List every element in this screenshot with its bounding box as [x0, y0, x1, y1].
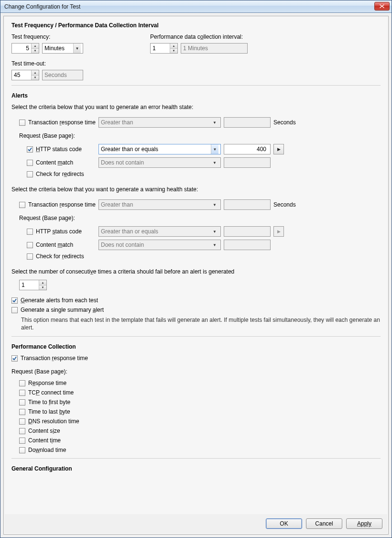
perf-response-time-checkbox[interactable]: Response time [19, 380, 381, 386]
error-http-checkbox[interactable]: HTTP status code [27, 146, 96, 153]
perf-ctime-label: Content time [28, 437, 61, 444]
perf-dl-checkbox[interactable]: Download time [19, 447, 381, 453]
warn-trt-label: Transaction response time [28, 201, 96, 208]
error-http-value[interactable] [224, 144, 271, 154]
error-trt-label: Transaction response time [28, 119, 96, 126]
checkbox-icon [27, 229, 33, 235]
outer-panel: Test Frequency / Performance Data Collec… [0, 13, 392, 538]
spinner-down-icon[interactable]: ▼ [170, 48, 177, 54]
close-button[interactable] [374, 2, 390, 11]
warn-trt-checkbox[interactable]: Transaction response time [19, 201, 96, 208]
error-content-checkbox[interactable]: Content match [27, 159, 96, 166]
perf-dns-label: DNS resolution time [28, 418, 79, 425]
divider [11, 85, 381, 86]
checkbox-icon [19, 447, 25, 453]
warn-http-checkbox[interactable]: HTTP status code [27, 228, 96, 235]
warn-content-label: Content match [36, 242, 73, 248]
gen-summary-label: Generate a single summary alert [21, 307, 104, 313]
warn-redirect-checkbox[interactable]: Check for redirects [27, 253, 84, 260]
perf-request-label: Request (Base page): [11, 368, 381, 375]
error-http-label: HTTP status code [36, 146, 82, 153]
warn-trt-unit: Seconds [273, 201, 296, 208]
ok-button[interactable]: OK [266, 518, 302, 529]
error-redirect-label: Check for redirects [36, 171, 84, 177]
perf-dns-checkbox[interactable]: DNS resolution time [19, 418, 381, 425]
warn-http-play-button: ▶ [273, 226, 284, 237]
perf-ttfb-label: Time to first byte [28, 399, 70, 406]
warn-http-op-select: Greater than or equals ▼ [98, 226, 221, 237]
perf-ctime-checkbox[interactable]: Content time [19, 437, 381, 444]
test-frequency-spinner[interactable]: ▲▼ [11, 43, 39, 54]
consec-label: Select the number of consecutive times a… [11, 268, 381, 275]
error-trt-op-select: Greater than ▼ [98, 117, 221, 128]
play-icon: ▶ [277, 229, 281, 234]
checkbox-icon [19, 120, 25, 126]
warn-redirect-row: Check for redirects [27, 253, 381, 260]
perf-ttfb-checkbox[interactable]: Time to first byte [19, 399, 381, 406]
warn-http-row: HTTP status code Greater than or equals … [27, 226, 381, 237]
test-frequency-input[interactable] [12, 44, 31, 53]
perf-items: Response time TCP connect time Time to f… [19, 380, 381, 453]
section-perf-heading: Performance Collection [11, 343, 381, 350]
consec-spinner[interactable]: ▲▼ [19, 280, 47, 290]
perf-interval-spinner[interactable]: ▲▼ [150, 43, 178, 54]
timeout-input[interactable] [12, 70, 31, 80]
checkbox-icon [19, 202, 25, 208]
warn-http-value [224, 226, 271, 237]
play-icon: ▶ [277, 147, 281, 152]
error-content-label: Content match [36, 159, 73, 166]
error-http-op-select[interactable]: Greater than or equals ▼ [98, 144, 221, 154]
test-frequency-unit-select[interactable]: Minutes ▼ [42, 43, 83, 54]
warn-http-label: HTTP status code [36, 228, 82, 235]
gen-each-row: Generate alerts from each test [11, 297, 381, 304]
timeout-row: ▲▼ Seconds [11, 70, 381, 80]
checkbox-icon [27, 242, 33, 248]
chevron-down-icon: ▼ [213, 121, 217, 125]
warn-content-op-select: Does not contain ▼ [98, 240, 221, 250]
divider [11, 458, 381, 459]
spinner-up-icon[interactable]: ▲ [39, 280, 46, 285]
error-http-play-button[interactable]: ▶ [273, 144, 284, 154]
warn-trt-row: Transaction response time Greater than ▼… [19, 199, 381, 210]
spinner-up-icon[interactable]: ▲ [32, 70, 39, 75]
perf-dl-label: Download time [28, 447, 66, 453]
error-trt-checkbox[interactable]: Transaction response time [19, 119, 96, 126]
spinner-up-icon[interactable]: ▲ [170, 44, 177, 48]
gen-summary-row: Generate a single summary alert [11, 307, 381, 313]
error-request-label: Request (Base page): [19, 132, 381, 139]
checkbox-icon [19, 380, 25, 386]
warning-intro: Select the criteria below that you want … [11, 186, 381, 193]
spinner-down-icon[interactable]: ▼ [39, 285, 46, 290]
gen-summary-checkbox[interactable]: Generate a single summary alert [11, 307, 104, 313]
checkbox-icon [19, 418, 25, 425]
perf-trt-checkbox[interactable]: Transaction response time [11, 355, 88, 362]
titlebar: Change Configuration for Test [0, 0, 392, 13]
apply-button[interactable]: Apply [346, 518, 382, 529]
chevron-down-icon: ▼ [213, 161, 217, 165]
timeout-spinner[interactable]: ▲▼ [11, 70, 39, 80]
perf-tcp-checkbox[interactable]: TCP connect time [19, 389, 381, 396]
warn-trt-op-select: Greater than ▼ [98, 199, 221, 210]
warn-content-checkbox[interactable]: Content match [27, 242, 96, 248]
error-redirect-checkbox[interactable]: Check for redirects [27, 171, 84, 177]
cancel-button[interactable]: Cancel [306, 518, 342, 529]
perf-interval-label: Performance data collection interval: [150, 33, 243, 40]
chevron-down-icon: ▼ [213, 243, 217, 247]
perf-trt-row: Transaction response time [11, 355, 381, 362]
perf-csize-label: Content size [28, 428, 60, 434]
perf-interval-input[interactable] [151, 44, 170, 53]
spinner-down-icon[interactable]: ▼ [32, 75, 39, 80]
gen-each-checkbox[interactable]: Generate alerts from each test [11, 297, 98, 304]
scroll-area[interactable]: Test Frequency / Performance Data Collec… [5, 17, 387, 514]
consec-input[interactable] [20, 280, 39, 290]
timeout-label: Test time-out: [11, 60, 381, 67]
error-content-row: Content match Does not contain ▼ [27, 157, 381, 168]
chevron-down-icon: ▼ [213, 147, 217, 152]
spinner-down-icon[interactable]: ▼ [32, 48, 39, 54]
perf-ttlb-checkbox[interactable]: Time to last byte [19, 408, 381, 415]
checkbox-icon [27, 171, 33, 177]
spinner-up-icon[interactable]: ▲ [32, 44, 39, 48]
checkbox-icon [19, 438, 25, 444]
window-title: Change Configuration for Test [4, 3, 80, 10]
perf-csize-checkbox[interactable]: Content size [19, 428, 381, 434]
